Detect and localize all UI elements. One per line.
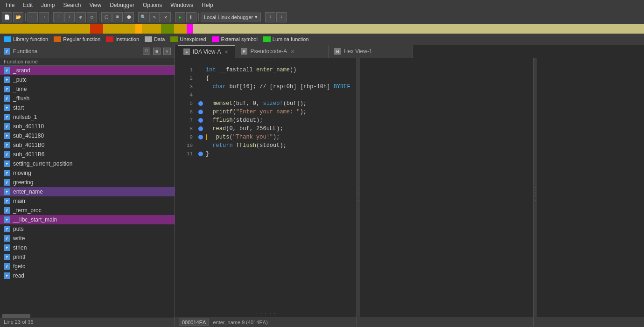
patch-button[interactable]: ✎ [149, 12, 160, 22]
overview-seg-2 [97, 24, 100, 34]
hex-code-content[interactable] [537, 58, 644, 317]
tab-ida-close[interactable]: ✕ [224, 49, 229, 55]
function-list-item[interactable]: fprintf [0, 252, 175, 262]
function-item-icon: f [4, 272, 10, 279]
overview-seg-3 [100, 24, 103, 34]
legend-external: External symbol [212, 36, 258, 42]
code-line[interactable]: 10 return fflush(stdout); [175, 141, 357, 150]
hex-button[interactable]: ⬡ [101, 12, 112, 22]
graph-button[interactable]: ⬢ [124, 12, 134, 22]
code-line[interactable]: 2{ [175, 74, 357, 83]
function-list-item[interactable]: f_fflush [0, 94, 175, 103]
pseudo-code-content[interactable] [360, 58, 533, 317]
function-list-item[interactable]: fsub_4011B6 [0, 150, 175, 159]
function-list-item[interactable]: fsub_401110 [0, 122, 175, 131]
menu-search[interactable]: Search [59, 1, 84, 9]
function-list-item[interactable]: fenter_name [0, 187, 175, 196]
horizontal-scrollbar[interactable] [0, 314, 175, 318]
function-item-icon: f [4, 216, 10, 223]
debugger-selector[interactable]: Local Linux debugger ▾ [201, 13, 261, 21]
menu-view[interactable]: View [85, 1, 105, 9]
legend-data-label: Data [154, 36, 165, 42]
code-line[interactable]: 9| puts("Thank you!"); [175, 133, 357, 141]
scrollbar-thumb[interactable] [2, 314, 30, 318]
function-list-item[interactable]: fputs [0, 224, 175, 234]
tab-pseudo-close[interactable]: ✕ [290, 49, 295, 54]
code-text: puts("Thank you!"); [209, 134, 280, 140]
forward-button[interactable]: → [39, 12, 49, 22]
menu-edit[interactable]: Edit [19, 1, 36, 9]
code-text: return fflush(stdout); [206, 142, 287, 149]
function-list-item[interactable]: f_putc [0, 75, 175, 84]
code-line[interactable]: 11} [175, 150, 357, 158]
back-button[interactable]: ← [28, 12, 38, 22]
legend-regular: Regular function [54, 36, 100, 42]
toolbar-sep-4 [136, 13, 136, 21]
panel-minimize-btn[interactable]: □ [143, 48, 150, 55]
function-list-item[interactable]: fmoving [0, 168, 175, 178]
legend-external-label: External symbol [221, 36, 258, 42]
overview-seg-10 [193, 24, 644, 34]
nav2-button[interactable]: ↓ [64, 12, 75, 22]
code-line[interactable]: 8 read(0, buf, 256uLL); [175, 125, 357, 133]
ida-code-content[interactable]: 1int __fastcall enter_name()2{3 char buf… [175, 64, 357, 311]
pause-button[interactable]: ⏸ [186, 12, 196, 22]
nav3-button[interactable]: ⊕ [76, 12, 86, 22]
code-line[interactable]: 3 char buf[16]; // [rsp+0h] [rbp-10h] BY… [175, 83, 357, 91]
code-line[interactable]: 7 fflush(stdout); [175, 116, 357, 125]
xref-button[interactable]: ✕ [161, 12, 171, 22]
overview-seg-7 [161, 24, 174, 34]
tab-ida-view[interactable]: ≡ IDA View-A ✕ [178, 45, 235, 58]
toolbar-sep-1 [25, 13, 26, 21]
nav4-button[interactable]: ⊖ [87, 12, 97, 22]
code-line[interactable]: 1int __fastcall enter_name() [175, 66, 357, 74]
function-list-item[interactable]: fmain [0, 196, 175, 206]
search-button[interactable]: 🔍 [138, 12, 148, 22]
function-list-item[interactable]: fsub_401180 [0, 131, 175, 140]
overview-seg-6 [142, 24, 161, 34]
toolbar-sep-7 [263, 13, 263, 21]
function-list-item[interactable]: fnullsub_1 [0, 112, 175, 122]
hex-status-bar [537, 317, 644, 327]
function-list-item[interactable]: fstrlen [0, 243, 175, 252]
panel-float-btn[interactable]: ⊞ [153, 48, 161, 55]
menu-help[interactable]: Help [198, 1, 217, 9]
menu-options[interactable]: Options [139, 1, 166, 9]
code-line[interactable]: 6 printf("Enter your name: "); [175, 108, 357, 116]
function-list-item[interactable]: fstart [0, 103, 175, 112]
function-list-item[interactable]: f_srand [0, 66, 175, 75]
function-list-item[interactable]: f_term_proc [0, 206, 175, 215]
code-button[interactable]: ≡ [112, 12, 123, 22]
menu-file[interactable]: File [2, 1, 18, 9]
ida-status-bar: 000014EA enter_name:9 (4014EA) [175, 317, 357, 327]
function-list-item[interactable]: fread [0, 271, 175, 280]
tab-hex-view[interactable]: H Hex View-1 [329, 45, 413, 58]
pseudo-status-bar [360, 317, 533, 327]
code-text: char buf[16]; // [rsp+0h] [rbp-10h] BYRE… [206, 83, 350, 90]
function-list-item[interactable]: fgreeting [0, 178, 175, 187]
function-list-item[interactable]: fsub_4011B0 [0, 140, 175, 150]
run-button[interactable]: ▶ [175, 12, 185, 22]
menu-windows[interactable]: Windows [167, 1, 197, 9]
function-list-item[interactable]: fsetting_current_position [0, 159, 175, 168]
nav1-button[interactable]: ↑ [53, 12, 63, 22]
dbg-into-button[interactable]: ↓ [276, 12, 287, 22]
function-item-name: sub_4011B0 [13, 142, 44, 148]
function-list-item[interactable]: ffgetc [0, 262, 175, 271]
open-button[interactable]: 📂 [13, 12, 23, 22]
code-line[interactable]: 5 memset(buf, 0, sizeof(buf)); [175, 99, 357, 108]
function-list-item[interactable]: fwrite [0, 234, 175, 243]
menu-debugger[interactable]: Debugger [106, 1, 138, 9]
function-list-item[interactable]: f__libc_start_main [0, 215, 175, 224]
function-list[interactable]: f_srandf_putcf_timef_fflushfstartfnullsu… [0, 66, 175, 314]
dbg-step-button[interactable]: ↕ [265, 12, 275, 22]
panel-close-btn[interactable]: ✕ [163, 48, 171, 55]
tab-pseudocode[interactable]: P Pseudocode-A ✕ [235, 45, 329, 58]
function-item-icon: f [4, 123, 10, 130]
code-line[interactable]: 4 [175, 91, 357, 99]
new-button[interactable]: 📄 [2, 12, 12, 22]
function-item-name: sub_401110 [13, 123, 44, 130]
function-list-item[interactable]: f_time [0, 84, 175, 94]
legend-unexplored: Unexplored [170, 36, 206, 42]
menu-jump[interactable]: Jump [37, 1, 58, 9]
